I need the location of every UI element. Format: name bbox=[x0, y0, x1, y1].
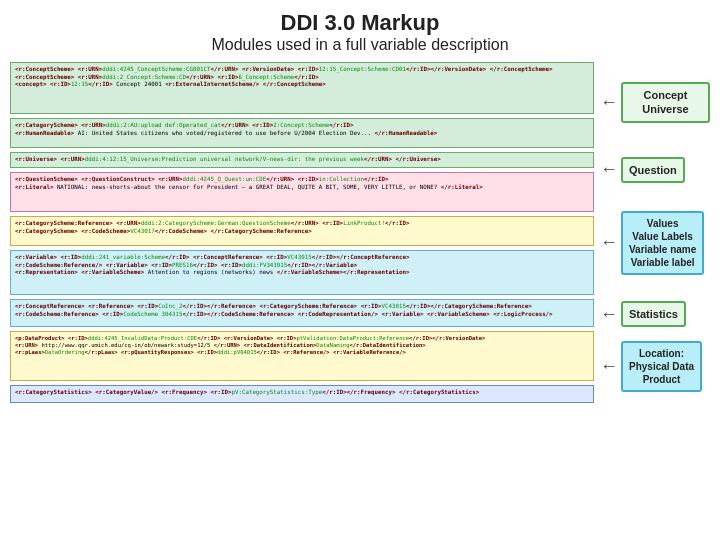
question-arrow: ← bbox=[600, 159, 618, 180]
question-label: Question bbox=[621, 157, 685, 183]
main-title: DDI 3.0 Markup bbox=[211, 10, 508, 36]
sub-title: Modules used in a full variable descript… bbox=[211, 36, 508, 54]
values-arrow: ← bbox=[600, 232, 618, 253]
xml-panel: <r:ConceptScheme> <r:URN>dddi:4245_Conce… bbox=[10, 62, 594, 535]
question-row: ← Question bbox=[600, 157, 710, 183]
xml-block-category-scheme: <r:CategoryScheme> <r:URN>dddi:2:AU:uplo… bbox=[10, 118, 594, 148]
concept-universe-arrow: ← bbox=[600, 92, 618, 113]
values-row: ← ValuesValue LabelsVariable nameVariabl… bbox=[600, 211, 710, 275]
concept-universe-label: Concept Universe bbox=[621, 82, 710, 123]
content-area: <r:ConceptScheme> <r:URN>dddi:4245_Conce… bbox=[10, 62, 710, 535]
statistics-arrow: ← bbox=[600, 304, 618, 325]
location-arrow: ← bbox=[600, 356, 618, 377]
concept-universe-row: ← Concept Universe bbox=[600, 82, 710, 123]
xml-block-universe: <r:Universe> <r:URN>dddi:4:12:15_Univers… bbox=[10, 152, 594, 168]
page-container: DDI 3.0 Markup Modules used in a full va… bbox=[0, 0, 720, 540]
xml-block-category-stats: <r:CategoryStatistics> <r:CategoryValue/… bbox=[10, 385, 594, 403]
values-label: ValuesValue LabelsVariable nameVariable … bbox=[621, 211, 704, 275]
xml-block-variable: <r:Variable> <r:ID>dddi:241_variable:Sch… bbox=[10, 250, 594, 295]
xml-block-data-product: <p:DataProduct> <r:ID>dddi:4245_InvalidD… bbox=[10, 331, 594, 381]
xml-block-concept-scheme: <r:ConceptScheme> <r:URN>dddi:4245_Conce… bbox=[10, 62, 594, 114]
labels-panel: ← Concept Universe ← Question ← ValuesVa… bbox=[600, 62, 710, 535]
statistics-label: Statistics bbox=[621, 301, 686, 327]
xml-block-question-scheme: <r:QuestionScheme> <r:QuestionConstruct>… bbox=[10, 172, 594, 212]
location-label: Location:Physical DataProduct bbox=[621, 341, 702, 392]
xml-block-concept-ref: <r:ConceptReference> <r:Reference> <r:ID… bbox=[10, 299, 594, 327]
statistics-row: ← Statistics bbox=[600, 301, 710, 327]
location-row: ← Location:Physical DataProduct bbox=[600, 341, 710, 392]
title-section: DDI 3.0 Markup Modules used in a full va… bbox=[211, 10, 508, 54]
xml-block-cat-ref: <r:CategoryScheme:Reference> <r:URN>dddi… bbox=[10, 216, 594, 246]
